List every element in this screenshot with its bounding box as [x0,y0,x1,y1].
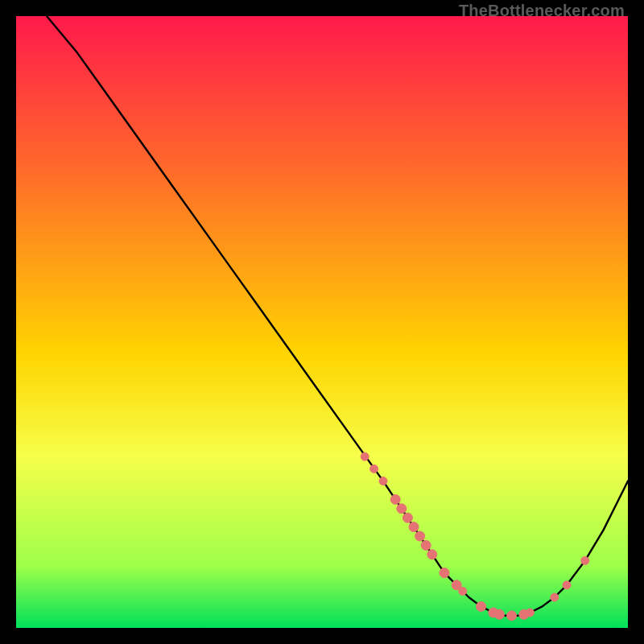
dot [402,513,412,522]
dot [390,494,400,504]
dot [409,522,419,532]
plot-area [16,16,628,628]
bottleneck-curve [47,16,628,616]
dot [370,464,378,473]
dot [427,550,437,559]
dot [494,609,504,619]
dot [440,568,449,578]
dot [361,452,369,460]
dot [397,504,407,514]
dot [551,593,559,601]
dot [526,609,534,617]
dot [581,556,589,564]
dot [415,531,425,541]
dot [507,611,517,621]
highlight-dots [361,452,589,621]
dot [477,601,486,611]
dot [421,540,431,550]
watermark-text: TheBottlenecker.com [459,2,625,20]
chart-svg [16,16,628,628]
dot [379,477,387,485]
stage: TheBottlenecker.com [0,0,644,644]
dot [563,581,571,589]
dot [459,587,467,595]
